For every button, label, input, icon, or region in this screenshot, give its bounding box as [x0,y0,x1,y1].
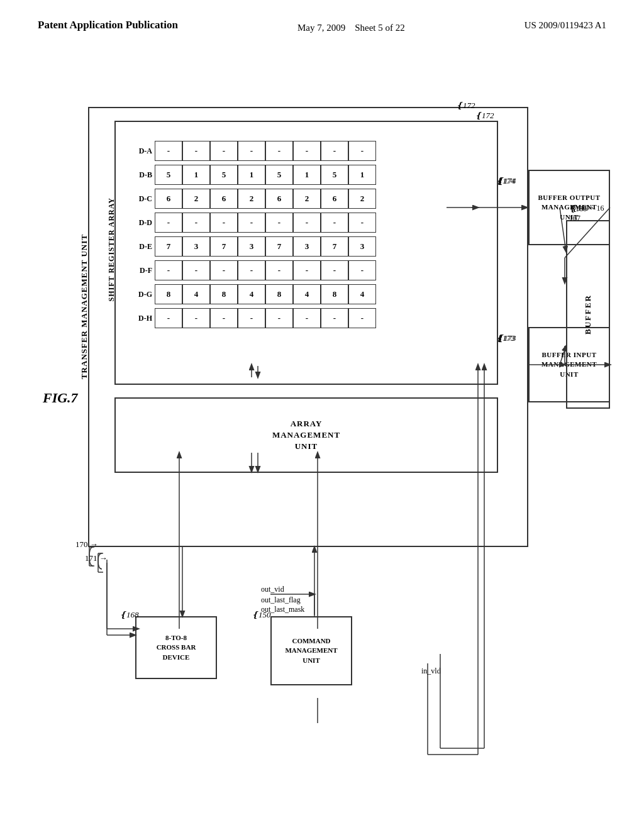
page-header: Patent Application Publication May 7, 20… [0,0,644,35]
diagram-area: ❴172 ❴174 [38,88,604,792]
row-label-da: D-A [135,147,152,156]
cell-de-7: 7 [321,236,348,257]
cell-dd-5: - [265,213,293,233]
cell-dc-2: 2 [182,189,210,209]
cell-de-8: 3 [348,236,376,257]
cell-dc-7: 6 [321,189,348,209]
cell-dc-4: 2 [238,189,265,209]
cell-dd-8: - [348,213,376,233]
ref-172: ❴172 [456,101,475,111]
cell-dd-3: - [210,213,238,233]
cell-db-8: 1 [348,165,376,185]
cell-dg-1: 8 [155,284,182,304]
ref-173: ❴173 [497,333,516,343]
cell-dh-7: - [321,308,348,328]
cell-de-6: 3 [293,236,321,257]
cell-de-5: 7 [265,236,293,257]
ref-171: 171 → [85,553,108,563]
publication-date: May 7, 2009 [297,23,345,33]
cell-dh-8: - [348,308,376,328]
cell-dc-3: 6 [210,189,238,209]
cell-dc-8: 2 [348,189,376,209]
cell-da-2: - [182,141,210,161]
cell-da-1: - [155,141,182,161]
cell-de-2: 3 [182,236,210,257]
cell-dd-6: - [293,213,321,233]
cell-dd-1: - [155,213,182,233]
crossbar-label: 8-TO-8CROSS BARDEVICE [157,633,196,662]
row-label-dc: D-C [135,194,152,204]
cell-da-3: - [210,141,238,161]
cell-df-5: - [265,260,293,280]
cell-dg-4: 4 [238,284,265,304]
register-row-de: D-E 7 3 7 3 7 3 7 3 [135,236,376,257]
publication-label: Patent Application Publication [38,18,178,33]
cell-dh-6: - [293,308,321,328]
ref-168: ❴168 [119,610,139,620]
cell-de-1: 7 [155,236,182,257]
signal-in-vld: in_vld [421,667,441,676]
cell-dg-3: 8 [210,284,238,304]
cell-db-4: 1 [238,165,265,185]
cell-df-7: - [321,260,348,280]
cell-db-5: 5 [265,165,293,185]
cell-dg-6: 4 [293,284,321,304]
transfer-mgmt-label: TRANSFER MANAGEMENT UNIT [79,234,89,379]
cell-da-6: - [293,141,321,161]
shift-reg-label: SHIFT REGISTER ARRAY [107,197,116,301]
cell-da-7: - [321,141,348,161]
crossbar-box: 8-TO-8CROSS BARDEVICE [135,616,217,679]
shift-reg-box: SHIFT REGISTER ARRAY D-A - - - - - - - -… [114,121,498,385]
ref-160-167: ❴160 ~ 167 [569,204,604,223]
ref-170: 170 → [75,540,98,550]
cell-dc-1: 6 [155,189,182,209]
cell-dc-5: 6 [265,189,293,209]
cell-dg-7: 8 [321,284,348,304]
register-row-db: D-B 5 1 5 1 5 1 5 1 [135,165,376,185]
register-row-df: D-F - - - - - - - - [135,260,376,280]
row-label-dh: D-H [135,314,152,323]
cell-df-3: - [210,260,238,280]
array-mgmt-box: ARRAYMANAGEMENTUNIT [114,397,498,473]
row-label-db: D-B [135,170,152,180]
signal-out-last-flag: out_last_flag [261,595,301,605]
register-row-dg: D-G 8 4 8 4 8 4 8 4 [135,284,376,304]
row-label-dd: D-D [135,218,152,228]
cell-dh-3: - [210,308,238,328]
cell-da-4: - [238,141,265,161]
cell-df-8: - [348,260,376,280]
row-label-dg: D-G [135,290,152,299]
cell-db-6: 1 [293,165,321,185]
ref-174: ❴174 [497,176,516,186]
cell-dg-2: 4 [182,284,210,304]
cell-dg-5: 8 [265,284,293,304]
cell-db-1: 5 [155,165,182,185]
cell-db-2: 1 [182,165,210,185]
command-mgmt-box: COMMANDMANAGEMENTUNIT [270,616,352,685]
cell-dc-6: 2 [293,189,321,209]
cell-df-6: - [293,260,321,280]
cell-da-5: - [265,141,293,161]
cell-dd-2: - [182,213,210,233]
cell-dh-5: - [265,308,293,328]
buffer-label: BUFFER [583,294,593,335]
cell-db-3: 5 [210,165,238,185]
cell-dd-4: - [238,213,265,233]
register-row-dc: D-C 6 2 6 2 6 2 6 2 [135,189,376,209]
register-row-dh: D-H - - - - - - - - [135,308,376,328]
cell-df-1: - [155,260,182,280]
register-row-dd: D-D - - - - - - - - [135,213,376,233]
publication-date-sheet: May 7, 2009 Sheet 5 of 22 [297,18,405,35]
register-row-da: D-A - - - - - - - - [135,141,376,161]
cell-dh-1: - [155,308,182,328]
cell-df-4: - [238,260,265,280]
array-mgmt-label: ARRAYMANAGEMENTUNIT [272,418,340,453]
publication-number: US 2009/0119423 A1 [525,18,606,31]
cell-dh-4: - [238,308,265,328]
row-label-df: D-F [135,266,152,275]
buffer-box: BUFFER [566,220,610,409]
cell-de-4: 3 [238,236,265,257]
cell-dh-2: - [182,308,210,328]
cell-dd-7: - [321,213,348,233]
cell-da-8: - [348,141,376,161]
